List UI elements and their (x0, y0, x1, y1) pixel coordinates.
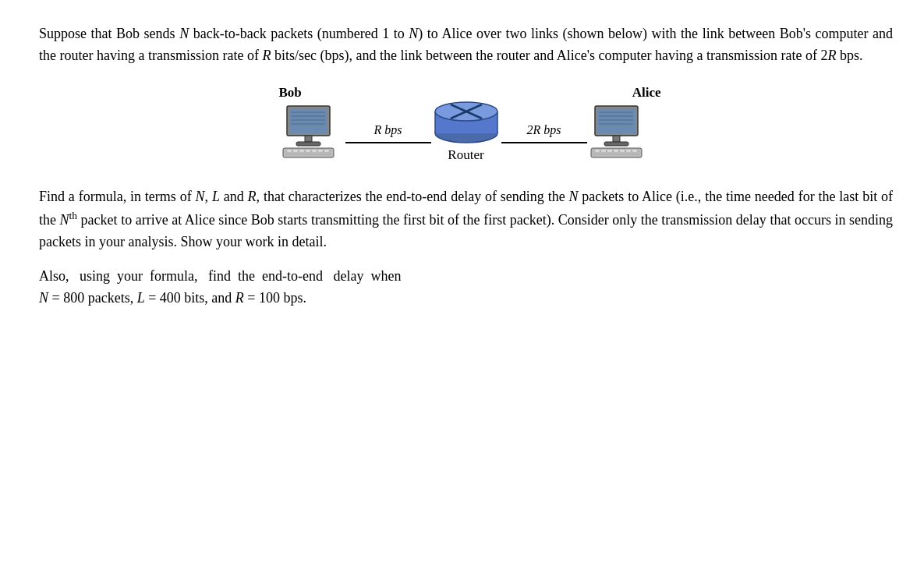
router-label: Router (448, 145, 483, 165)
svg-rect-12 (293, 150, 298, 152)
svg-rect-38 (607, 150, 612, 152)
svg-rect-36 (595, 150, 600, 152)
bob-computer-icon (279, 104, 345, 161)
svg-rect-39 (614, 150, 618, 152)
svg-rect-17 (324, 150, 329, 152)
svg-rect-33 (591, 148, 642, 157)
svg-rect-7 (296, 142, 320, 146)
alice-label: Alice (632, 83, 661, 103)
link2-line (501, 142, 587, 143)
svg-rect-42 (632, 150, 637, 152)
svg-rect-11 (287, 150, 292, 152)
svg-rect-40 (620, 150, 625, 152)
svg-rect-37 (601, 150, 606, 152)
link2-label: 2R bps (527, 121, 561, 140)
svg-rect-14 (306, 150, 310, 152)
link-bob-router: R bps (345, 121, 431, 143)
alice-computer-icon (587, 104, 653, 161)
link1-line (345, 142, 431, 143)
svg-rect-32 (604, 142, 628, 146)
svg-rect-41 (626, 150, 631, 152)
svg-rect-31 (613, 136, 620, 142)
router-icon (431, 101, 501, 143)
link1-label: R bps (374, 121, 402, 140)
problem-container: Suppose that Bob sends N back-to-back pa… (39, 23, 893, 309)
paragraph-3: Also, using your formula, find the end-t… (39, 266, 893, 309)
network-diagram: Bob Alice (232, 83, 700, 168)
alice-computer (587, 104, 653, 168)
bob-computer (279, 104, 345, 168)
svg-rect-13 (299, 150, 304, 152)
svg-rect-16 (318, 150, 323, 152)
svg-rect-8 (283, 148, 334, 157)
svg-rect-15 (312, 150, 317, 152)
link-router-alice: 2R bps (501, 121, 587, 143)
svg-rect-6 (305, 136, 312, 142)
paragraph-2: Find a formula, in terms of N, L and R, … (39, 186, 893, 253)
paragraph-1: Suppose that Bob sends N back-to-back pa… (39, 23, 893, 67)
router-node: Router (431, 101, 501, 165)
bob-label: Bob (279, 83, 302, 103)
